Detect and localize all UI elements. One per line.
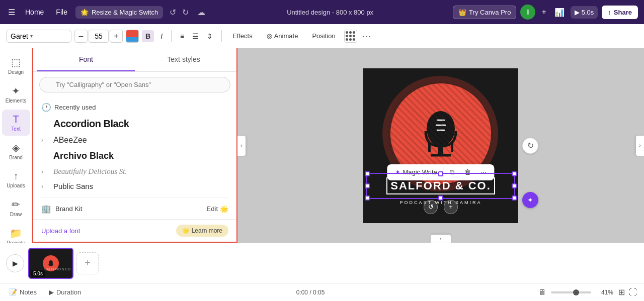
expand-right-button[interactable]: › — [636, 136, 644, 156]
design-icon: ⬚ — [11, 56, 21, 68]
font-item-abeezee[interactable]: › ABeeZee — [33, 133, 236, 148]
redo-button[interactable]: ↻ — [180, 6, 191, 19]
timeline-add-page-button[interactable]: + — [76, 252, 99, 274]
status-bar: 📝 Notes ▶ Duration 0:00 / 0:05 🖥 41% ⊞ ⛶ — [0, 283, 644, 301]
share-icon: ↑ — [608, 9, 611, 16]
sidebar-item-draw[interactable]: ✏ Draw — [2, 194, 30, 221]
font-size-input[interactable] — [89, 30, 109, 43]
line-spacing-button[interactable]: ⇕ — [203, 30, 216, 42]
status-center: 0:00 / 0:05 — [90, 289, 531, 296]
effects-button[interactable]: Effects — [227, 30, 258, 42]
save-cloud-button[interactable]: ☁ — [195, 6, 207, 19]
learn-more-button[interactable]: 🌟 Learn more — [176, 225, 228, 237]
canvas-container: ✦ Magic Write ⧉ 🗑 ··· — [363, 68, 518, 223]
uploads-icon: ↑ — [14, 170, 19, 182]
duration-button[interactable]: ▶ Duration — [46, 286, 84, 298]
brand-kit-icon: 🏢 — [41, 204, 51, 214]
bullet-list-button[interactable]: ☰ — [189, 30, 202, 42]
font-size-increase-button[interactable]: + — [110, 30, 123, 43]
sidebar: ⬚ Design ✦ Elements T Text ◈ Brand ↑ Upl… — [0, 48, 32, 243]
analytics-button[interactable]: 📊 — [552, 6, 567, 19]
element-rotate-button[interactable]: ↻ — [522, 138, 538, 154]
chevron-right-icon-2: › — [41, 168, 49, 175]
zoom-slider[interactable] — [551, 291, 591, 293]
status-left: 📝 Notes ▶ Duration — [6, 286, 84, 298]
sidebar-item-design[interactable]: ⬚ Design — [2, 52, 30, 79]
expand-left-button[interactable]: ‹ — [237, 136, 246, 156]
resize-handle-tl[interactable] — [365, 171, 370, 176]
grid-view-toggle-button[interactable]: ⊞ — [617, 286, 626, 298]
selected-text-element[interactable]: SALFORD & CO. — [366, 173, 515, 199]
canvas-add-btn[interactable]: + — [444, 200, 458, 214]
user-avatar[interactable]: I — [520, 5, 535, 20]
tab-text-styles[interactable]: Text styles — [135, 48, 232, 71]
recently-used-header: 🕐 Recently used — [33, 99, 236, 115]
sidebar-item-elements[interactable]: ✦ Elements — [2, 81, 30, 108]
notes-icon: 📝 — [9, 288, 17, 296]
tab-font[interactable]: Font — [37, 48, 135, 71]
brand-kit-row: 🏢 Brand Kit Edit 🌟 — [33, 200, 236, 218]
grid-view-button[interactable] — [344, 30, 357, 43]
thumb-label: SALFORD & CO. — [44, 267, 71, 271]
zoom-thumb[interactable] — [573, 289, 579, 295]
thumb-duration: 5.0s — [31, 270, 45, 277]
design-canvas[interactable]: ✦ Magic Write ⧉ 🗑 ··· — [363, 68, 518, 223]
timeline-thumbnail-1[interactable]: 5.0s SALFORD & CO. — [28, 248, 73, 279]
menu-button[interactable]: ☰ — [6, 6, 17, 19]
resize-handle-mr[interactable] — [512, 183, 517, 188]
font-selector[interactable]: Garet ▾ — [6, 30, 71, 43]
italic-button[interactable]: I — [157, 30, 166, 42]
view-buttons: ⊞ ⛶ — [617, 286, 638, 298]
magic-switch-button[interactable]: 🌟 Resize & Magic Switch — [75, 6, 163, 19]
chevron-left-icon: ‹ — [240, 143, 242, 148]
chevron-down-icon-canvas: › — [440, 236, 441, 242]
play-preview-button[interactable]: ▶ 5.0s — [571, 6, 598, 19]
font-item-accordion[interactable]: Accordion Black — [33, 115, 236, 133]
resize-handle-tr[interactable] — [512, 171, 517, 176]
add-collaborator-button[interactable]: + — [539, 6, 548, 19]
position-button[interactable]: Position — [306, 30, 341, 42]
magic-star-canvas-icon: ✦ — [527, 196, 533, 204]
file-button[interactable]: File — [52, 6, 71, 18]
font-item-archivo[interactable]: Archivo Black — [33, 148, 236, 164]
timeline-play-button[interactable]: ▶ — [6, 254, 24, 272]
text-icon: T — [13, 114, 19, 125]
notes-button[interactable]: 📝 Notes — [6, 286, 40, 298]
bold-button[interactable]: B — [142, 30, 154, 42]
undo-button[interactable]: ↺ — [167, 6, 179, 19]
sidebar-item-uploads[interactable]: ↑ Uploads — [2, 166, 30, 192]
font-item-cursive[interactable]: › Beautifully Delicious St. — [33, 164, 236, 179]
section-divider-1 — [41, 197, 228, 198]
home-button[interactable]: Home — [21, 6, 48, 18]
share-button[interactable]: ↑ Share — [602, 6, 638, 19]
time-display: 0:00 / 0:05 — [296, 289, 325, 296]
more-options-button[interactable]: ⋯ — [360, 29, 373, 44]
align-left-button[interactable]: ≡ — [177, 30, 188, 42]
upload-font-link[interactable]: Upload a font — [41, 227, 80, 235]
device-view-button[interactable]: 🖥 — [537, 287, 547, 298]
canvas-magic-button[interactable]: ✦ — [522, 192, 538, 208]
brand-kit-edit-button[interactable]: Edit — [207, 205, 218, 213]
elements-icon: ✦ — [12, 85, 20, 97]
canvas-area[interactable]: ‹ — [237, 48, 644, 243]
sidebar-item-text[interactable]: T Text — [2, 110, 30, 136]
chevron-right-icon: › — [41, 137, 49, 144]
canvas-rotate-btn[interactable]: ↺ — [424, 200, 438, 214]
expand-bottom-button[interactable]: › — [431, 235, 451, 243]
font-size-decrease-button[interactable]: – — [74, 30, 88, 43]
animate-button[interactable]: ◎ Animate — [261, 30, 304, 42]
font-search-input[interactable] — [39, 77, 230, 92]
try-pro-button[interactable]: 👑 Try Canva Pro — [453, 6, 516, 19]
fullscreen-button[interactable]: ⛶ — [628, 286, 638, 298]
add-brand-fonts-button[interactable]: + Add your brand fonts in Brand Kit — [33, 218, 236, 219]
resize-handle-ml[interactable] — [365, 183, 370, 188]
brand-icon: ◈ — [12, 142, 20, 154]
sidebar-item-brand[interactable]: ◈ Brand — [2, 138, 30, 164]
toolbar-divider-2 — [221, 30, 222, 42]
crown-icon: 👑 — [458, 9, 466, 16]
text-color-swatch[interactable] — [126, 30, 139, 43]
font-list: 🕐 Recently used Accordion Black › ABeeZe… — [33, 97, 236, 219]
sidebar-item-projects[interactable]: 📁 Projects — [2, 223, 30, 243]
font-item-public-sans[interactable]: › Public Sans — [33, 179, 236, 193]
learn-more-star-icon: 🌟 — [182, 227, 190, 234]
